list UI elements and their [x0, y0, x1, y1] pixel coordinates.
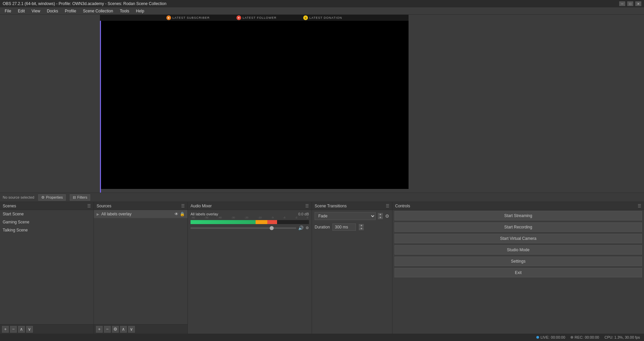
overlay-donation: $ LATEST DONATION — [303, 15, 342, 20]
scenes-move-down-button[interactable]: ∨ — [26, 326, 33, 333]
source-item-labels-overlay[interactable]: ▶ All labels overlay 👁 🔒 — [94, 210, 187, 218]
cpu-status: CPU: 1.3%, 30.00 fps — [604, 335, 640, 339]
audio-channel-settings-icon[interactable]: ⚙ — [306, 226, 309, 230]
scenes-panel: Scenes ☰ Start Scene Gaming Scene Talkin… — [0, 202, 94, 334]
exit-button[interactable]: Exit — [394, 268, 642, 277]
sources-move-up-button[interactable]: ∧ — [120, 326, 127, 333]
scenes-panel-header: Scenes ☰ — [0, 202, 94, 210]
source-visibility-icon[interactable]: 👁 — [174, 212, 178, 216]
audio-fader[interactable] — [191, 227, 296, 229]
controls-panel: Controls ☰ Start Streaming Start Recordi… — [392, 202, 644, 334]
scenes-add-button[interactable]: + — [2, 326, 9, 333]
duration-spinner: ▲ ▼ — [359, 224, 364, 230]
sources-move-down-button[interactable]: ∨ — [128, 326, 135, 333]
menu-file[interactable]: File — [1, 8, 14, 14]
audio-channel-name-text: All labels overlay — [191, 212, 218, 216]
duration-down-button[interactable]: ▼ — [359, 227, 364, 230]
scenes-list: Start Scene Gaming Scene Talking Scene — [0, 210, 94, 234]
sources-panel-menu-icon[interactable]: ☰ — [181, 204, 185, 208]
filters-label: Filters — [77, 195, 87, 199]
menu-profile[interactable]: Profile — [61, 8, 79, 14]
audio-panel-header: Audio Mixer ☰ — [188, 202, 312, 210]
sources-toolbar: + − ⚙ ∧ ∨ — [94, 324, 187, 334]
studio-mode-button[interactable]: Studio Mode — [394, 245, 642, 255]
audio-meter-bar — [191, 220, 309, 224]
scene-item-start[interactable]: Start Scene — [0, 210, 94, 218]
controls-panel-header: Controls ☰ — [392, 202, 644, 210]
overlay-follower: ♥ LATEST FOLLOWER — [236, 15, 276, 20]
source-play-icon: ▶ — [97, 212, 99, 216]
menu-edit[interactable]: Edit — [14, 8, 28, 14]
maximize-button[interactable]: □ — [627, 1, 633, 6]
sources-list: ▶ All labels overlay 👁 🔒 — [94, 210, 187, 218]
audio-fader-thumb[interactable] — [270, 226, 274, 230]
scenes-panel-menu-icon[interactable]: ☰ — [87, 204, 91, 208]
transitions-panel-menu-icon[interactable]: ☰ — [386, 204, 389, 208]
transition-type-up-button[interactable]: ▲ — [378, 213, 383, 216]
filters-button[interactable]: ⊟ Filters — [70, 194, 90, 201]
minimize-button[interactable]: ─ — [619, 1, 625, 6]
menu-tools[interactable]: Tools — [116, 8, 132, 14]
transition-type-spinner: ▲ ▼ — [378, 213, 383, 219]
menu-help[interactable]: Help — [132, 8, 148, 14]
duration-up-button[interactable]: ▲ — [359, 224, 364, 227]
subscriber-label: LATEST SUBSCRIBER — [172, 16, 210, 19]
preview-overlay-bar: ★ LATEST SUBSCRIBER ♥ LATEST FOLLOWER $ … — [100, 15, 409, 21]
rec-status: REC: 00:00:00 — [571, 335, 599, 339]
transition-type-select[interactable]: Fade Cut Swipe Slide Stinger Luma Wipe — [315, 212, 376, 220]
sources-add-button[interactable]: + — [96, 326, 103, 333]
source-item-icons: 👁 🔒 — [174, 212, 185, 216]
controls-panel-menu-icon[interactable]: ☰ — [638, 204, 641, 208]
source-info-bar: No source selected ⚙ Properties ⊟ Filter… — [0, 193, 644, 202]
meter-red — [267, 220, 277, 224]
scene-item-gaming[interactable]: Gaming Scene — [0, 218, 94, 226]
preview-container: ★ LATEST SUBSCRIBER ♥ LATEST FOLLOWER $ … — [100, 15, 409, 189]
statusbar: LIVE: 00:00:00 REC: 00:00:00 CPU: 1.3%, … — [0, 334, 644, 341]
audio-meter-scale: -60-50-40-30-20 -10-9-6-30 — [191, 216, 309, 219]
live-label: LIVE: — [540, 335, 549, 339]
sources-settings-button[interactable]: ⚙ — [112, 326, 119, 333]
right-sidebar-bg — [409, 15, 644, 193]
audio-channel-labels: All labels overlay 0.0 dB -60-50-40-30-2… — [188, 210, 312, 232]
donation-label: LATEST DONATION — [309, 16, 342, 19]
start-virtual-camera-button[interactable]: Start Virtual Camera — [394, 234, 642, 243]
sources-remove-button[interactable]: − — [104, 326, 111, 333]
settings-button[interactable]: Settings — [394, 257, 642, 266]
audio-mute-icon[interactable]: 🔊 — [298, 225, 304, 230]
transition-settings-icon[interactable]: ⚙ — [385, 213, 389, 219]
left-sidebar-bg — [0, 15, 100, 193]
sources-panel-header: Sources ☰ — [94, 202, 187, 210]
scenes-move-up-button[interactable]: ∧ — [18, 326, 25, 333]
panels-area: Scenes ☰ Start Scene Gaming Scene Talkin… — [0, 202, 644, 334]
properties-label: Properties — [46, 195, 63, 199]
titlebar-controls: ─ □ ✕ — [619, 1, 641, 6]
start-recording-button[interactable]: Start Recording — [394, 222, 642, 232]
duration-input[interactable] — [332, 223, 356, 231]
close-button[interactable]: ✕ — [635, 1, 641, 6]
audio-panel-menu-icon[interactable]: ☰ — [305, 204, 309, 208]
menu-scene-collection[interactable]: Scene Collection — [79, 8, 116, 14]
menu-docks[interactable]: Docks — [44, 8, 61, 14]
overlay-subscriber: ★ LATEST SUBSCRIBER — [166, 15, 210, 20]
start-streaming-button[interactable]: Start Streaming — [394, 211, 642, 220]
menu-view[interactable]: View — [28, 8, 44, 14]
transition-type-down-button[interactable]: ▼ — [378, 216, 383, 219]
meter-green — [191, 220, 256, 224]
source-lock-icon[interactable]: 🔒 — [180, 212, 185, 216]
properties-button[interactable]: ⚙ Properties — [38, 194, 66, 201]
audio-mixer-panel: Audio Mixer ☰ All labels overlay 0.0 dB … — [188, 202, 312, 334]
duration-label: Duration — [315, 225, 330, 229]
rec-label: REC: — [575, 335, 583, 339]
scenes-remove-button[interactable]: − — [10, 326, 17, 333]
donation-icon: $ — [303, 15, 308, 20]
transition-type-row: Fade Cut Swipe Slide Stinger Luma Wipe ▲… — [312, 210, 392, 222]
sources-panel-title: Sources — [97, 204, 111, 208]
scenes-panel-title: Scenes — [3, 204, 16, 208]
gear-icon: ⚙ — [41, 195, 45, 200]
menubar: File Edit View Docks Profile Scene Colle… — [0, 7, 644, 15]
filter-icon: ⊟ — [73, 195, 76, 200]
audio-controls-row: 🔊 ⚙ — [191, 225, 309, 230]
scene-item-talking[interactable]: Talking Scene — [0, 226, 94, 234]
sources-panel: Sources ☰ ▶ All labels overlay 👁 🔒 + − ⚙… — [94, 202, 188, 334]
transitions-panel-header: Scene Transitions ☰ — [312, 202, 392, 210]
